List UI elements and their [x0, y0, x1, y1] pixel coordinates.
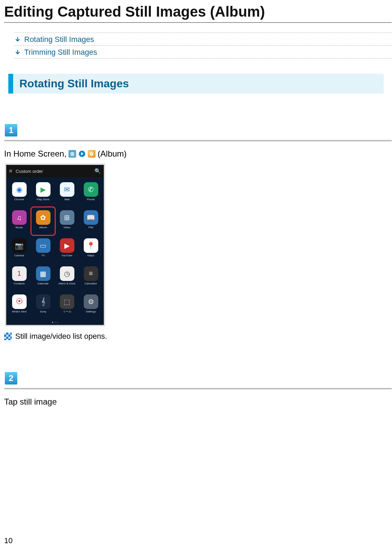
app-pim: 📖PIM	[79, 207, 102, 235]
arrow-right-icon	[78, 150, 86, 158]
app-what-s-new: ⦿What's New	[8, 291, 31, 319]
app-icon: ⬚	[60, 294, 74, 309]
app-icon: ▭	[36, 238, 51, 253]
app-phone: ✆Phone	[79, 179, 102, 207]
app-chrome: ◉Chrome	[8, 179, 31, 207]
app-calculator: ≡Calculator	[79, 263, 102, 291]
app-icon: ✆	[84, 182, 98, 197]
app-play-store: ▶Play Store	[31, 179, 55, 207]
app-label: Alarm & clock	[58, 282, 75, 288]
step-2: 2 Tap still image	[4, 372, 392, 407]
section-heading-rotating: Rotating Still Images	[8, 74, 384, 94]
toc-item-rotating[interactable]: Rotating Still Images	[15, 33, 392, 46]
app-icon: ✿	[36, 210, 51, 225]
toc-item-trimming[interactable]: Trimming Still Images	[15, 46, 392, 59]
toc: Rotating Still Images Trimming Still Ima…	[15, 33, 392, 59]
app--: ⬚ツール	[55, 291, 79, 319]
app-label: Sony	[40, 310, 46, 316]
app-settings: ⚙Settings	[79, 291, 102, 319]
app-alarm-clock: ◷Alarm & clock	[55, 263, 79, 291]
step-1-body: In Home Screen, ⊞ ✿ (Album)	[4, 149, 392, 159]
app-icon: ♫	[12, 210, 27, 225]
arrow-down-icon	[15, 49, 21, 55]
step-1-result: Still image/video list opens.	[4, 332, 392, 341]
app-label: Maps	[88, 254, 94, 260]
app-label: Settings	[86, 310, 96, 316]
app-icon: ◉	[12, 182, 27, 197]
app-album: ✿Album	[31, 207, 55, 235]
step-1-result-text: Still image/video list opens.	[15, 332, 107, 341]
step-number-badge: 1	[5, 124, 17, 136]
page-title: Editing Captured Still Images (Album)	[4, 3, 392, 20]
app-label: Calculator	[84, 282, 97, 288]
phone-top-bar: ≡ Custom order 🔍	[6, 165, 104, 177]
app-label: Chrome	[14, 198, 24, 204]
app-calendar: ▦Calendar	[31, 263, 55, 291]
app-label: TV	[41, 254, 45, 260]
app-label: Phone	[87, 198, 95, 204]
app-music: ♫Music	[8, 207, 31, 235]
app-icon: 1	[12, 266, 27, 281]
app-icon: ⦿	[12, 294, 27, 309]
app-mail: ✉Mail	[55, 179, 79, 207]
app-maps: 📍Maps	[79, 236, 102, 263]
app-label: Video	[63, 226, 70, 232]
app-icon: ✉	[60, 182, 74, 197]
toc-link[interactable]: Trimming Still Images	[24, 48, 97, 57]
step-1-text-suffix: (Album)	[98, 149, 127, 159]
app-label: Contacts	[14, 282, 25, 288]
app-grid: ◉Chrome▶Play Store✉Mail✆Phone♫Music✿Albu…	[6, 177, 104, 319]
app-icon: 📷	[12, 238, 27, 253]
app-label: YouTube	[62, 254, 72, 260]
app-label: PIM	[88, 226, 93, 232]
screenshot-home-screen: ≡ Custom order 🔍 ◉Chrome▶Play Store✉Mail…	[5, 163, 105, 326]
page-number: 10	[4, 536, 12, 545]
app-label: ツール	[63, 310, 71, 316]
app-icon: ⊞	[60, 210, 74, 225]
app-icon: ⚙	[84, 294, 98, 309]
app-label: Calendar	[37, 282, 48, 288]
app-video: ⊞Video	[55, 207, 79, 235]
app-icon: 📖	[84, 210, 98, 225]
app-label: What's New	[12, 310, 26, 316]
step-1: 1 In Home Screen, ⊞ ✿ (Album) ≡ Custom o…	[4, 124, 392, 341]
app-sony: 𝄞Sony	[31, 291, 55, 319]
app-contacts: 1Contacts	[8, 263, 31, 291]
result-marker-icon	[4, 333, 12, 340]
step-rule	[4, 140, 392, 141]
app-icon: ≡	[84, 266, 98, 281]
app-icon: ▦	[36, 266, 51, 281]
phone-topbar-label: Custom order	[16, 169, 43, 174]
app-label: Album	[39, 226, 47, 232]
phone-page-dots: ● ○ ○	[6, 319, 104, 325]
step-2-body: Tap still image	[4, 397, 392, 407]
app-icon: ▶	[36, 182, 51, 197]
app-label: Mail	[64, 198, 70, 204]
app-label: Music	[16, 226, 23, 232]
app-icon: 📍	[84, 238, 98, 253]
step-number-badge: 2	[5, 372, 17, 385]
app-icon: 𝄞	[36, 294, 51, 309]
toc-link[interactable]: Rotating Still Images	[24, 35, 94, 44]
app-camera: 📷Camera	[8, 236, 31, 263]
arrow-down-icon	[15, 36, 21, 43]
app-label: Play Store	[37, 198, 49, 204]
step-1-text-prefix: In Home Screen,	[4, 149, 66, 159]
app-icon: ▶	[60, 238, 74, 253]
app-icon: ◷	[60, 266, 74, 281]
apps-grid-icon: ⊞	[69, 150, 76, 158]
step-2-text: Tap still image	[4, 397, 57, 407]
step-rule	[4, 388, 392, 389]
title-rule	[4, 22, 392, 23]
app-tv: ▭TV	[31, 236, 55, 263]
hamburger-icon: ≡	[9, 168, 12, 174]
app-youtube: ▶YouTube	[55, 236, 79, 263]
album-app-icon: ✿	[88, 150, 95, 158]
search-icon: 🔍	[94, 168, 101, 174]
app-label: Camera	[14, 254, 24, 260]
